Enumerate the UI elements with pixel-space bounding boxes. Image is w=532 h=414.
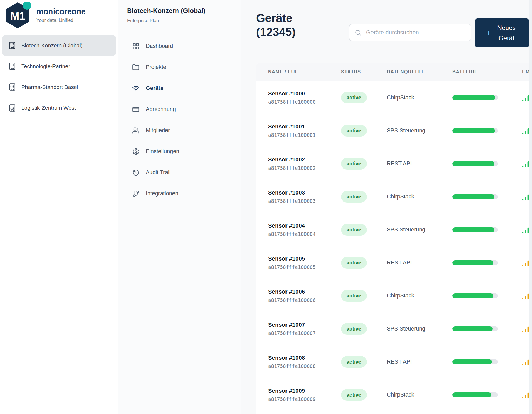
- device-name-cell: Sensor #1008 a81758fffe100008: [268, 354, 341, 369]
- battery-cell: [452, 194, 522, 199]
- device-name: Sensor #1004: [268, 222, 341, 229]
- workspace-nav-item-label: Abrechnung: [146, 106, 176, 113]
- workspace-nav-item-label: Dashboard: [146, 43, 173, 49]
- scrollbar[interactable]: [529, 0, 532, 414]
- logo-monogram: M1: [4, 4, 31, 29]
- device-name: Sensor #1007: [268, 321, 341, 328]
- table-row[interactable]: Sensor #1005 a81758fffe100005 active RES…: [256, 246, 532, 279]
- workspace-nav-item[interactable]: Dashboard: [118, 36, 241, 57]
- table-row[interactable]: Sensor #1006 a81758fffe100006 active Chi…: [256, 279, 532, 312]
- device-eui: a81758fffe100005: [268, 264, 341, 270]
- battery-cell: [452, 293, 522, 298]
- column-header: STATUS: [341, 69, 387, 75]
- credit-card-icon: [132, 106, 139, 113]
- dashboard-icon: [132, 43, 139, 50]
- table-row[interactable]: Sensor #1002 a81758fffe100002 active RES…: [256, 147, 532, 180]
- status-cell: active: [341, 389, 387, 401]
- device-name-cell: Sensor #1005 a81758fffe100005: [268, 255, 341, 270]
- table-row[interactable]: Sensor #1004 a81758fffe100004 active SPS…: [256, 213, 532, 246]
- status-badge: active: [341, 125, 367, 137]
- workspace-nav-item[interactable]: Abrechnung: [118, 99, 241, 120]
- workspace-nav-item[interactable]: Einstellungen: [118, 141, 241, 162]
- device-name: Sensor #1003: [268, 189, 341, 196]
- device-eui: a81758fffe100007: [268, 330, 341, 336]
- status-cell: active: [341, 158, 387, 170]
- device-name: Sensor #1000: [268, 90, 341, 97]
- device-eui: a81758fffe100008: [268, 363, 341, 369]
- org-sidebar-item[interactable]: Logistik-Zentrum West: [2, 98, 116, 118]
- status-badge: active: [341, 290, 367, 302]
- table-row[interactable]: Sensor #1007 a81758fffe100007 active SPS…: [256, 312, 532, 345]
- status-cell: active: [341, 224, 387, 236]
- battery-bar: [452, 194, 498, 199]
- datasource-cell: REST API: [387, 359, 452, 365]
- table-body: Sensor #1000 a81758fffe100000 active Chi…: [256, 81, 532, 411]
- column-header: DATENQUELLE: [387, 69, 452, 75]
- org-sidebar-item[interactable]: Technologie-Partner: [2, 56, 116, 77]
- building-icon: [8, 62, 16, 70]
- battery-bar: [452, 293, 498, 298]
- page-title: Geräte (12345): [256, 11, 321, 39]
- datasource-cell: ChirpStack: [387, 94, 452, 101]
- battery-bar: [452, 326, 498, 331]
- device-eui: a81758fffe100000: [268, 99, 341, 105]
- status-cell: active: [341, 92, 387, 104]
- plus-icon: +: [487, 29, 491, 37]
- brand-logo: M1: [4, 2, 31, 29]
- org-sidebar-item-label: Logistik-Zentrum West: [21, 105, 76, 111]
- status-badge: active: [341, 92, 367, 104]
- status-badge: active: [341, 323, 367, 335]
- status-cell: active: [341, 356, 387, 368]
- battery-bar: [452, 359, 498, 364]
- battery-cell: [452, 260, 522, 265]
- table-row[interactable]: Sensor #1008 a81758fffe100008 active RES…: [256, 345, 532, 378]
- workspace-nav-item[interactable]: Integrationen: [118, 183, 241, 204]
- table-header-row: NAME / EUISTATUSDATENQUELLEBATTERIEEMPFA…: [256, 63, 532, 81]
- device-name-cell: Sensor #1003 a81758fffe100003: [268, 189, 341, 204]
- device-table: NAME / EUISTATUSDATENQUELLEBATTERIEEMPFA…: [256, 63, 532, 414]
- column-header: NAME / EUI: [268, 69, 341, 75]
- workspace-nav-item-label: Projekte: [146, 64, 166, 70]
- history-icon: [132, 169, 139, 176]
- users-icon: [132, 127, 139, 134]
- device-name: Sensor #1006: [268, 288, 341, 295]
- device-eui: a81758fffe100006: [268, 297, 341, 303]
- workspace-nav-item[interactable]: Mitglieder: [118, 120, 241, 141]
- workspace-header: Biotech-Konzern (Global) Enterprise Plan: [118, 0, 241, 30]
- device-name-cell: Sensor #1002 a81758fffe100002: [268, 156, 341, 171]
- workspace-nav-item-label: Einstellungen: [146, 148, 179, 155]
- status-cell: active: [341, 323, 387, 335]
- device-eui: a81758fffe100009: [268, 396, 341, 402]
- table-row[interactable]: Sensor #1001 a81758fffe100001 active SPS…: [256, 114, 532, 147]
- org-sidebar-item[interactable]: Biotech-Konzern (Global): [2, 35, 116, 56]
- battery-cell: [452, 161, 522, 166]
- workspace-nav-item[interactable]: Projekte: [118, 57, 241, 78]
- folder-icon: [132, 64, 139, 71]
- device-name-cell: Sensor #1004 a81758fffe100004: [268, 222, 341, 237]
- datasource-cell: REST API: [387, 160, 452, 167]
- status-badge: active: [341, 389, 367, 401]
- datasource-cell: ChirpStack: [387, 193, 452, 200]
- status-cell: active: [341, 191, 387, 203]
- building-icon: [8, 83, 16, 91]
- device-name-cell: Sensor #1001 a81758fffe100001: [268, 123, 341, 138]
- org-sidebar-item[interactable]: Pharma-Standort Basel: [2, 77, 116, 98]
- battery-cell: [452, 326, 522, 331]
- table-row[interactable]: Sensor #1000 a81758fffe100000 active Chi…: [256, 81, 532, 114]
- device-eui: a81758fffe100001: [268, 132, 341, 138]
- table-row[interactable]: Sensor #1009 a81758fffe100009 active Chi…: [256, 378, 532, 411]
- battery-bar: [452, 161, 498, 166]
- org-list: Biotech-Konzern (Global) Technologie-Par…: [0, 30, 118, 123]
- new-device-button[interactable]: + Neues Gerät: [475, 18, 529, 47]
- brand-tagline: Your data. Unified: [36, 18, 85, 23]
- datasource-cell: SPS Steuerung: [387, 227, 452, 233]
- column-header: BATTERIE: [452, 69, 522, 75]
- datasource-cell: SPS Steuerung: [387, 127, 452, 134]
- org-sidebar-item-label: Biotech-Konzern (Global): [21, 42, 83, 49]
- search-icon: [355, 29, 362, 36]
- table-row[interactable]: Sensor #1003 a81758fffe100003 active Chi…: [256, 180, 532, 213]
- search-input[interactable]: [365, 29, 466, 36]
- workspace-nav-item[interactable]: Geräte: [118, 78, 241, 99]
- main-content: Geräte (12345) + Neues Gerät NAME / EUIS…: [241, 0, 532, 414]
- workspace-nav-item[interactable]: Audit Trail: [118, 162, 241, 183]
